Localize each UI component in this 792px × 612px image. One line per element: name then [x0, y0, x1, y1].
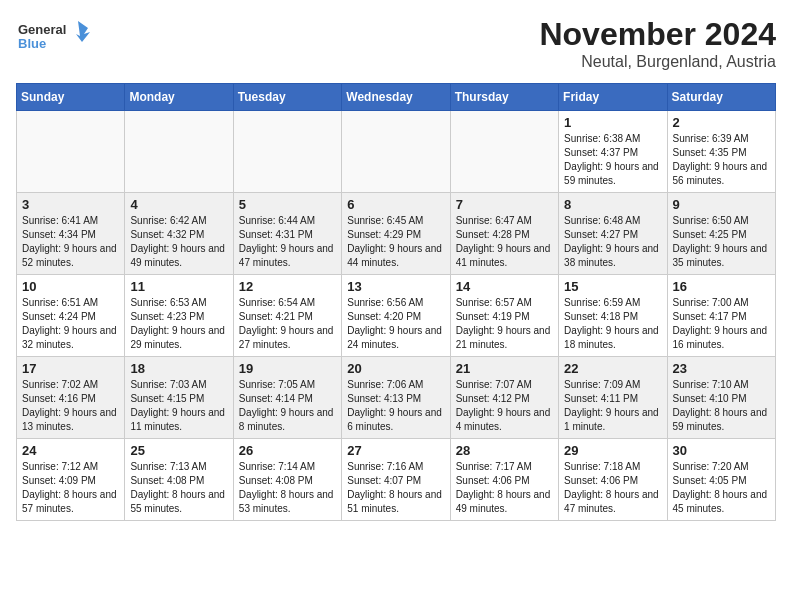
logo-svg: GeneralBlue	[16, 16, 96, 56]
calendar-cell: 1Sunrise: 6:38 AMSunset: 4:37 PMDaylight…	[559, 111, 667, 193]
calendar-cell: 27Sunrise: 7:16 AMSunset: 4:07 PMDayligh…	[342, 439, 450, 521]
calendar-cell	[17, 111, 125, 193]
calendar-week-0: 1Sunrise: 6:38 AMSunset: 4:37 PMDaylight…	[17, 111, 776, 193]
day-number: 14	[456, 279, 553, 294]
day-number: 29	[564, 443, 661, 458]
cell-content: Sunrise: 7:20 AMSunset: 4:05 PMDaylight:…	[673, 460, 770, 516]
cell-content: Sunrise: 6:45 AMSunset: 4:29 PMDaylight:…	[347, 214, 444, 270]
main-title: November 2024	[539, 16, 776, 53]
day-number: 25	[130, 443, 227, 458]
calendar-cell: 23Sunrise: 7:10 AMSunset: 4:10 PMDayligh…	[667, 357, 775, 439]
calendar-cell: 29Sunrise: 7:18 AMSunset: 4:06 PMDayligh…	[559, 439, 667, 521]
header-cell-monday: Monday	[125, 84, 233, 111]
cell-content: Sunrise: 7:09 AMSunset: 4:11 PMDaylight:…	[564, 378, 661, 434]
day-number: 4	[130, 197, 227, 212]
cell-content: Sunrise: 6:59 AMSunset: 4:18 PMDaylight:…	[564, 296, 661, 352]
cell-content: Sunrise: 7:00 AMSunset: 4:17 PMDaylight:…	[673, 296, 770, 352]
calendar-cell	[125, 111, 233, 193]
cell-content: Sunrise: 6:48 AMSunset: 4:27 PMDaylight:…	[564, 214, 661, 270]
cell-content: Sunrise: 7:10 AMSunset: 4:10 PMDaylight:…	[673, 378, 770, 434]
svg-text:Blue: Blue	[18, 36, 46, 51]
cell-content: Sunrise: 7:02 AMSunset: 4:16 PMDaylight:…	[22, 378, 119, 434]
calendar-week-2: 10Sunrise: 6:51 AMSunset: 4:24 PMDayligh…	[17, 275, 776, 357]
day-number: 19	[239, 361, 336, 376]
cell-content: Sunrise: 6:42 AMSunset: 4:32 PMDaylight:…	[130, 214, 227, 270]
svg-marker-2	[76, 21, 90, 42]
calendar-cell: 26Sunrise: 7:14 AMSunset: 4:08 PMDayligh…	[233, 439, 341, 521]
calendar-cell: 25Sunrise: 7:13 AMSunset: 4:08 PMDayligh…	[125, 439, 233, 521]
calendar-cell: 3Sunrise: 6:41 AMSunset: 4:34 PMDaylight…	[17, 193, 125, 275]
calendar-cell: 17Sunrise: 7:02 AMSunset: 4:16 PMDayligh…	[17, 357, 125, 439]
cell-content: Sunrise: 7:17 AMSunset: 4:06 PMDaylight:…	[456, 460, 553, 516]
day-number: 2	[673, 115, 770, 130]
subtitle: Neutal, Burgenland, Austria	[539, 53, 776, 71]
day-number: 5	[239, 197, 336, 212]
day-number: 17	[22, 361, 119, 376]
calendar-table: SundayMondayTuesdayWednesdayThursdayFrid…	[16, 83, 776, 521]
cell-content: Sunrise: 6:56 AMSunset: 4:20 PMDaylight:…	[347, 296, 444, 352]
calendar-cell: 8Sunrise: 6:48 AMSunset: 4:27 PMDaylight…	[559, 193, 667, 275]
calendar-cell	[233, 111, 341, 193]
day-number: 13	[347, 279, 444, 294]
calendar-cell: 21Sunrise: 7:07 AMSunset: 4:12 PMDayligh…	[450, 357, 558, 439]
calendar-cell: 22Sunrise: 7:09 AMSunset: 4:11 PMDayligh…	[559, 357, 667, 439]
cell-content: Sunrise: 7:03 AMSunset: 4:15 PMDaylight:…	[130, 378, 227, 434]
day-number: 27	[347, 443, 444, 458]
day-number: 12	[239, 279, 336, 294]
svg-text:General: General	[18, 22, 66, 37]
day-number: 24	[22, 443, 119, 458]
calendar-cell: 15Sunrise: 6:59 AMSunset: 4:18 PMDayligh…	[559, 275, 667, 357]
calendar-cell	[342, 111, 450, 193]
header-cell-thursday: Thursday	[450, 84, 558, 111]
calendar-cell: 24Sunrise: 7:12 AMSunset: 4:09 PMDayligh…	[17, 439, 125, 521]
day-number: 7	[456, 197, 553, 212]
day-number: 6	[347, 197, 444, 212]
title-area: November 2024 Neutal, Burgenland, Austri…	[539, 16, 776, 71]
calendar-cell: 12Sunrise: 6:54 AMSunset: 4:21 PMDayligh…	[233, 275, 341, 357]
day-number: 11	[130, 279, 227, 294]
calendar-cell: 20Sunrise: 7:06 AMSunset: 4:13 PMDayligh…	[342, 357, 450, 439]
cell-content: Sunrise: 7:06 AMSunset: 4:13 PMDaylight:…	[347, 378, 444, 434]
day-number: 28	[456, 443, 553, 458]
calendar-cell: 6Sunrise: 6:45 AMSunset: 4:29 PMDaylight…	[342, 193, 450, 275]
header-row: SundayMondayTuesdayWednesdayThursdayFrid…	[17, 84, 776, 111]
calendar-cell: 13Sunrise: 6:56 AMSunset: 4:20 PMDayligh…	[342, 275, 450, 357]
cell-content: Sunrise: 7:14 AMSunset: 4:08 PMDaylight:…	[239, 460, 336, 516]
cell-content: Sunrise: 7:16 AMSunset: 4:07 PMDaylight:…	[347, 460, 444, 516]
day-number: 16	[673, 279, 770, 294]
day-number: 9	[673, 197, 770, 212]
day-number: 1	[564, 115, 661, 130]
cell-content: Sunrise: 7:13 AMSunset: 4:08 PMDaylight:…	[130, 460, 227, 516]
day-number: 15	[564, 279, 661, 294]
calendar-cell: 7Sunrise: 6:47 AMSunset: 4:28 PMDaylight…	[450, 193, 558, 275]
header-cell-sunday: Sunday	[17, 84, 125, 111]
calendar-cell: 14Sunrise: 6:57 AMSunset: 4:19 PMDayligh…	[450, 275, 558, 357]
header-cell-saturday: Saturday	[667, 84, 775, 111]
calendar-cell: 16Sunrise: 7:00 AMSunset: 4:17 PMDayligh…	[667, 275, 775, 357]
day-number: 3	[22, 197, 119, 212]
calendar-cell: 5Sunrise: 6:44 AMSunset: 4:31 PMDaylight…	[233, 193, 341, 275]
cell-content: Sunrise: 7:07 AMSunset: 4:12 PMDaylight:…	[456, 378, 553, 434]
logo: GeneralBlue	[16, 16, 96, 56]
day-number: 18	[130, 361, 227, 376]
cell-content: Sunrise: 7:12 AMSunset: 4:09 PMDaylight:…	[22, 460, 119, 516]
calendar-body: 1Sunrise: 6:38 AMSunset: 4:37 PMDaylight…	[17, 111, 776, 521]
cell-content: Sunrise: 7:18 AMSunset: 4:06 PMDaylight:…	[564, 460, 661, 516]
calendar-cell: 28Sunrise: 7:17 AMSunset: 4:06 PMDayligh…	[450, 439, 558, 521]
cell-content: Sunrise: 7:05 AMSunset: 4:14 PMDaylight:…	[239, 378, 336, 434]
day-number: 30	[673, 443, 770, 458]
day-number: 8	[564, 197, 661, 212]
calendar-cell: 4Sunrise: 6:42 AMSunset: 4:32 PMDaylight…	[125, 193, 233, 275]
cell-content: Sunrise: 6:39 AMSunset: 4:35 PMDaylight:…	[673, 132, 770, 188]
cell-content: Sunrise: 6:44 AMSunset: 4:31 PMDaylight:…	[239, 214, 336, 270]
calendar-cell: 30Sunrise: 7:20 AMSunset: 4:05 PMDayligh…	[667, 439, 775, 521]
day-number: 10	[22, 279, 119, 294]
calendar-cell: 19Sunrise: 7:05 AMSunset: 4:14 PMDayligh…	[233, 357, 341, 439]
cell-content: Sunrise: 6:54 AMSunset: 4:21 PMDaylight:…	[239, 296, 336, 352]
calendar-week-3: 17Sunrise: 7:02 AMSunset: 4:16 PMDayligh…	[17, 357, 776, 439]
cell-content: Sunrise: 6:41 AMSunset: 4:34 PMDaylight:…	[22, 214, 119, 270]
cell-content: Sunrise: 6:47 AMSunset: 4:28 PMDaylight:…	[456, 214, 553, 270]
calendar-cell: 9Sunrise: 6:50 AMSunset: 4:25 PMDaylight…	[667, 193, 775, 275]
cell-content: Sunrise: 6:53 AMSunset: 4:23 PMDaylight:…	[130, 296, 227, 352]
calendar-cell: 18Sunrise: 7:03 AMSunset: 4:15 PMDayligh…	[125, 357, 233, 439]
